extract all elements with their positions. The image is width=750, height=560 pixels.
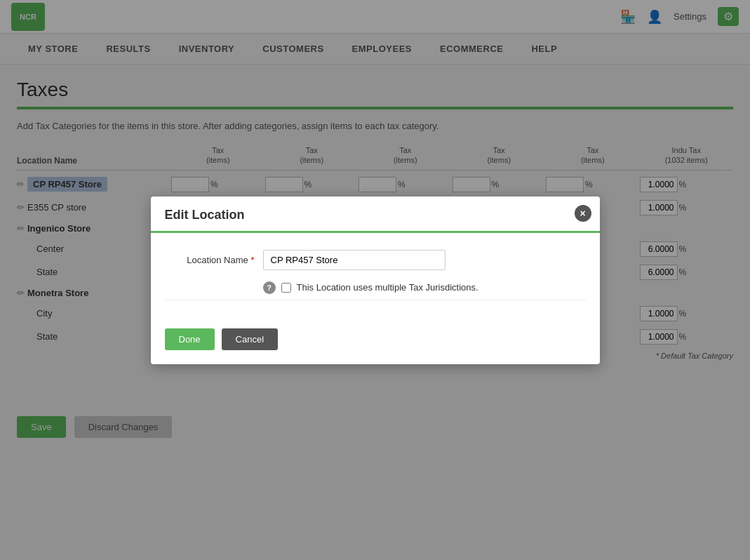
modal-close-button[interactable]: × [575, 205, 591, 222]
modal-header: Edit Location × [151, 196, 600, 233]
help-icon[interactable]: ? [263, 281, 276, 294]
modal-title: Edit Location [165, 208, 245, 222]
modal-overlay: Edit Location × Location Name * ? This L… [0, 0, 750, 560]
done-button[interactable]: Done [165, 328, 215, 350]
location-name-row: Location Name * [165, 250, 586, 270]
jurisdiction-checkbox[interactable] [281, 283, 291, 293]
modal-divider [165, 300, 586, 300]
jurisdiction-label: This Location uses multiple Tax Jurisdic… [297, 282, 478, 293]
jurisdiction-row: ? This Location uses multiple Tax Jurisd… [263, 281, 586, 294]
location-name-label: Location Name * [165, 255, 263, 265]
edit-location-modal: Edit Location × Location Name * ? This L… [151, 196, 600, 364]
location-name-input[interactable] [263, 250, 446, 270]
modal-footer: Done Cancel [151, 328, 600, 364]
modal-body: Location Name * ? This Location uses mul… [151, 233, 600, 328]
cancel-button[interactable]: Cancel [222, 328, 278, 350]
